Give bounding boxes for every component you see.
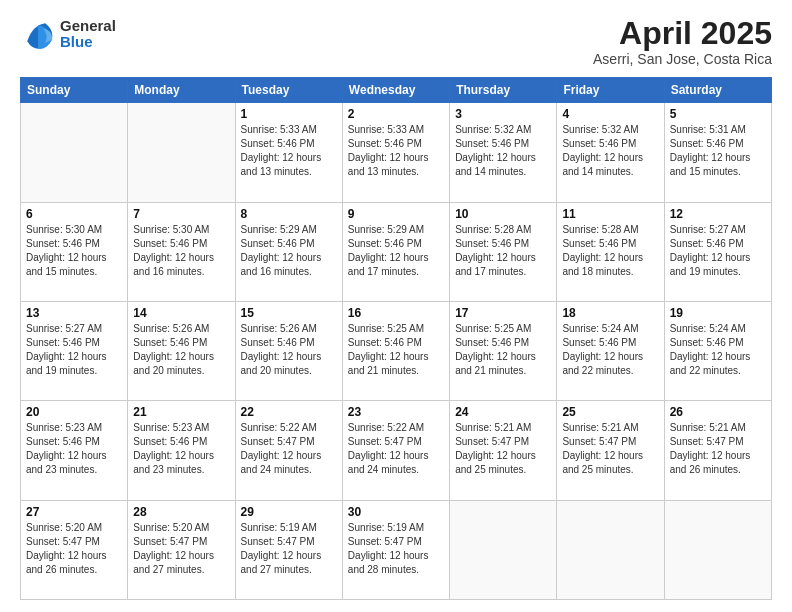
day-number: 16	[348, 306, 444, 320]
logo-text: General Blue	[60, 18, 116, 51]
day-number: 13	[26, 306, 122, 320]
day-number: 15	[241, 306, 337, 320]
table-row: 12Sunrise: 5:27 AMSunset: 5:46 PMDayligh…	[664, 202, 771, 301]
day-info: Sunrise: 5:31 AMSunset: 5:46 PMDaylight:…	[670, 123, 766, 179]
col-sunday: Sunday	[21, 78, 128, 103]
sunset-text: Sunset: 5:46 PM	[670, 336, 766, 350]
daylight-text: Daylight: 12 hours and 17 minutes.	[348, 251, 444, 279]
sunrise-text: Sunrise: 5:29 AM	[241, 223, 337, 237]
daylight-text: Daylight: 12 hours and 14 minutes.	[455, 151, 551, 179]
table-row: 17Sunrise: 5:25 AMSunset: 5:46 PMDayligh…	[450, 301, 557, 400]
day-number: 10	[455, 207, 551, 221]
sunrise-text: Sunrise: 5:20 AM	[133, 521, 229, 535]
daylight-text: Daylight: 12 hours and 22 minutes.	[562, 350, 658, 378]
daylight-text: Daylight: 12 hours and 15 minutes.	[26, 251, 122, 279]
table-row: 18Sunrise: 5:24 AMSunset: 5:46 PMDayligh…	[557, 301, 664, 400]
table-row: 19Sunrise: 5:24 AMSunset: 5:46 PMDayligh…	[664, 301, 771, 400]
sunset-text: Sunset: 5:47 PM	[26, 535, 122, 549]
col-monday: Monday	[128, 78, 235, 103]
table-row: 21Sunrise: 5:23 AMSunset: 5:46 PMDayligh…	[128, 401, 235, 500]
table-row	[128, 103, 235, 202]
daylight-text: Daylight: 12 hours and 26 minutes.	[26, 549, 122, 577]
table-row: 5Sunrise: 5:31 AMSunset: 5:46 PMDaylight…	[664, 103, 771, 202]
logo-blue-text: Blue	[60, 34, 116, 51]
daylight-text: Daylight: 12 hours and 14 minutes.	[562, 151, 658, 179]
sunset-text: Sunset: 5:46 PM	[348, 237, 444, 251]
daylight-text: Daylight: 12 hours and 20 minutes.	[133, 350, 229, 378]
day-number: 30	[348, 505, 444, 519]
sunset-text: Sunset: 5:46 PM	[348, 336, 444, 350]
table-row: 11Sunrise: 5:28 AMSunset: 5:46 PMDayligh…	[557, 202, 664, 301]
day-number: 1	[241, 107, 337, 121]
sunset-text: Sunset: 5:47 PM	[348, 535, 444, 549]
sunset-text: Sunset: 5:46 PM	[26, 435, 122, 449]
table-row: 29Sunrise: 5:19 AMSunset: 5:47 PMDayligh…	[235, 500, 342, 599]
table-row: 7Sunrise: 5:30 AMSunset: 5:46 PMDaylight…	[128, 202, 235, 301]
sunset-text: Sunset: 5:47 PM	[133, 535, 229, 549]
daylight-text: Daylight: 12 hours and 17 minutes.	[455, 251, 551, 279]
day-info: Sunrise: 5:20 AMSunset: 5:47 PMDaylight:…	[133, 521, 229, 577]
day-number: 23	[348, 405, 444, 419]
day-number: 5	[670, 107, 766, 121]
day-info: Sunrise: 5:26 AMSunset: 5:46 PMDaylight:…	[241, 322, 337, 378]
day-number: 17	[455, 306, 551, 320]
day-info: Sunrise: 5:26 AMSunset: 5:46 PMDaylight:…	[133, 322, 229, 378]
sunset-text: Sunset: 5:46 PM	[241, 137, 337, 151]
day-number: 26	[670, 405, 766, 419]
sunset-text: Sunset: 5:47 PM	[241, 535, 337, 549]
sunrise-text: Sunrise: 5:30 AM	[133, 223, 229, 237]
sunrise-text: Sunrise: 5:23 AM	[133, 421, 229, 435]
sunset-text: Sunset: 5:46 PM	[241, 336, 337, 350]
table-row	[557, 500, 664, 599]
day-number: 7	[133, 207, 229, 221]
table-row	[21, 103, 128, 202]
col-tuesday: Tuesday	[235, 78, 342, 103]
sunrise-text: Sunrise: 5:24 AM	[562, 322, 658, 336]
table-row	[664, 500, 771, 599]
day-info: Sunrise: 5:24 AMSunset: 5:46 PMDaylight:…	[562, 322, 658, 378]
daylight-text: Daylight: 12 hours and 25 minutes.	[455, 449, 551, 477]
sunset-text: Sunset: 5:46 PM	[133, 237, 229, 251]
sunset-text: Sunset: 5:46 PM	[348, 137, 444, 151]
sunset-text: Sunset: 5:47 PM	[348, 435, 444, 449]
logo: General Blue	[20, 16, 116, 52]
daylight-text: Daylight: 12 hours and 21 minutes.	[455, 350, 551, 378]
col-friday: Friday	[557, 78, 664, 103]
day-info: Sunrise: 5:30 AMSunset: 5:46 PMDaylight:…	[133, 223, 229, 279]
day-number: 12	[670, 207, 766, 221]
table-row: 22Sunrise: 5:22 AMSunset: 5:47 PMDayligh…	[235, 401, 342, 500]
sunset-text: Sunset: 5:47 PM	[670, 435, 766, 449]
sunrise-text: Sunrise: 5:21 AM	[562, 421, 658, 435]
sunrise-text: Sunrise: 5:21 AM	[670, 421, 766, 435]
daylight-text: Daylight: 12 hours and 22 minutes.	[670, 350, 766, 378]
day-info: Sunrise: 5:29 AMSunset: 5:46 PMDaylight:…	[241, 223, 337, 279]
table-row: 20Sunrise: 5:23 AMSunset: 5:46 PMDayligh…	[21, 401, 128, 500]
sunset-text: Sunset: 5:46 PM	[133, 336, 229, 350]
day-number: 24	[455, 405, 551, 419]
daylight-text: Daylight: 12 hours and 23 minutes.	[26, 449, 122, 477]
daylight-text: Daylight: 12 hours and 16 minutes.	[241, 251, 337, 279]
table-row: 9Sunrise: 5:29 AMSunset: 5:46 PMDaylight…	[342, 202, 449, 301]
day-info: Sunrise: 5:23 AMSunset: 5:46 PMDaylight:…	[133, 421, 229, 477]
table-row: 1Sunrise: 5:33 AMSunset: 5:46 PMDaylight…	[235, 103, 342, 202]
daylight-text: Daylight: 12 hours and 27 minutes.	[241, 549, 337, 577]
sunset-text: Sunset: 5:46 PM	[455, 336, 551, 350]
table-row: 25Sunrise: 5:21 AMSunset: 5:47 PMDayligh…	[557, 401, 664, 500]
table-row: 15Sunrise: 5:26 AMSunset: 5:46 PMDayligh…	[235, 301, 342, 400]
day-info: Sunrise: 5:20 AMSunset: 5:47 PMDaylight:…	[26, 521, 122, 577]
daylight-text: Daylight: 12 hours and 28 minutes.	[348, 549, 444, 577]
daylight-text: Daylight: 12 hours and 24 minutes.	[348, 449, 444, 477]
title-block: April 2025 Aserri, San Jose, Costa Rica	[593, 16, 772, 67]
sunrise-text: Sunrise: 5:27 AM	[670, 223, 766, 237]
day-number: 8	[241, 207, 337, 221]
sunset-text: Sunset: 5:46 PM	[241, 237, 337, 251]
calendar-week-2: 6Sunrise: 5:30 AMSunset: 5:46 PMDaylight…	[21, 202, 772, 301]
daylight-text: Daylight: 12 hours and 26 minutes.	[670, 449, 766, 477]
sunset-text: Sunset: 5:46 PM	[670, 237, 766, 251]
sunset-text: Sunset: 5:46 PM	[455, 137, 551, 151]
sunrise-text: Sunrise: 5:26 AM	[241, 322, 337, 336]
table-row: 14Sunrise: 5:26 AMSunset: 5:46 PMDayligh…	[128, 301, 235, 400]
sunrise-text: Sunrise: 5:25 AM	[348, 322, 444, 336]
day-info: Sunrise: 5:30 AMSunset: 5:46 PMDaylight:…	[26, 223, 122, 279]
sunrise-text: Sunrise: 5:22 AM	[241, 421, 337, 435]
